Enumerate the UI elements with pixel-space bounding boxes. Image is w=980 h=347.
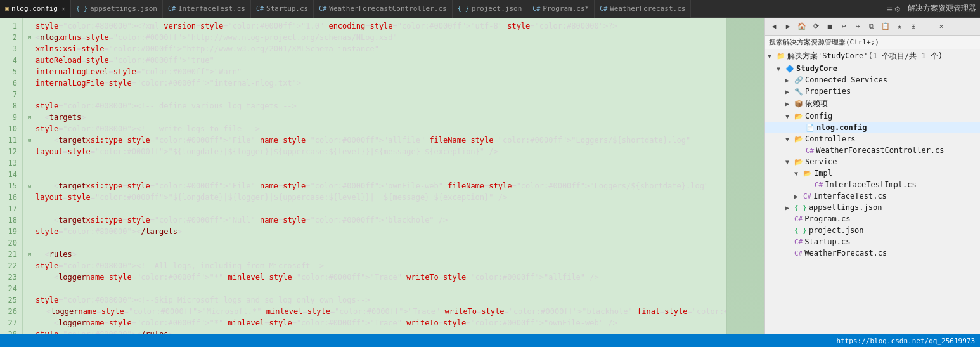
dependencies-arrow[interactable]: ▶ [785, 100, 794, 107]
as-arrow[interactable]: ▶ [785, 204, 794, 211]
se-dependencies[interactable]: ▶ 📦 依赖项 [765, 97, 980, 110]
line-number-25: 25 [3, 294, 17, 306]
solution-arrow[interactable]: ▼ [768, 53, 777, 60]
se-btn-navigate-forward[interactable]: ▶ [782, 20, 794, 33]
status-url: https://blog.csdn.net/qq_25619973 [836, 337, 975, 345]
se-controllers-folder[interactable]: ▼ 📂 Controllers [765, 133, 980, 145]
tab-overflow-icon[interactable]: ≡ [887, 4, 892, 14]
code-line-9: ⊟ <targets> [28, 112, 721, 123]
se-btn-tool1[interactable]: ⊞ [907, 20, 920, 33]
dependencies-icon: 📦 [794, 100, 803, 108]
project-arrow[interactable]: ▼ [777, 65, 785, 72]
connected-services-arrow[interactable]: ▶ [785, 77, 794, 84]
se-startup[interactable]: ▶ C# Startup.cs [765, 236, 980, 247]
code-line-11: ⊟ <target xsi:type=style="color:#0000ff"… [28, 134, 721, 146]
line-number-3: 3 [3, 43, 17, 55]
it-icon: C# [803, 192, 811, 200]
se-search-bar[interactable]: 搜索解决方案资源管理器(Ctrl+;) [765, 36, 980, 49]
se-tree: ▼ 📁 解决方案'StudyCore'(1 个项目/共 1 个) ▼ 🔷 Stu… [765, 49, 980, 334]
connected-services-icon: 🔗 [794, 76, 803, 84]
se-btn-undo[interactable]: ↩ [837, 20, 850, 33]
code-line-12: layout=style="color:#0000ff">"${longdate… [28, 146, 721, 157]
it-arrow[interactable]: ▶ [794, 193, 803, 200]
tab-interfacetest-label: InterfaceTest.cs [178, 4, 245, 13]
code-content[interactable]: style="color:#800000"><?xml version=styl… [23, 18, 726, 334]
controllers-arrow[interactable]: ▼ [785, 136, 794, 143]
se-interfacetest[interactable]: ▶ C# InterfaceTest.cs [765, 190, 980, 202]
se-btn-stop[interactable]: ■ [823, 20, 836, 33]
se-service-folder[interactable]: ▼ 📂 Service [765, 156, 980, 167]
code-line-21: ⊟ <rules> [28, 249, 721, 260]
se-config-folder[interactable]: ▼ 📂 Config [765, 110, 980, 122]
se-nlog-config[interactable]: ▶ 📄 nlog.config [765, 122, 980, 133]
code-line-16: layout=style="color:#0000ff">"${longdate… [28, 192, 721, 203]
se-interfacetestimpl[interactable]: ▶ C# InterfaceTestImpl.cs [765, 179, 980, 190]
se-weatherforecast[interactable]: ▶ C# WeatherForecast.cs [765, 247, 980, 259]
se-btn-star[interactable]: ★ [893, 20, 906, 33]
tab-projectjson[interactable]: { } project.json [453, 0, 528, 18]
service-arrow[interactable]: ▼ [785, 159, 794, 166]
cs-icon-3: C# [319, 5, 326, 12]
se-btn-refresh[interactable]: ⟳ [809, 20, 822, 33]
cs-icon-1: C# [168, 5, 176, 12]
se-wfc[interactable]: ▶ C# WeatherForecastController.cs [765, 145, 980, 156]
solution-explorer: ◀ ▶ 🏠 ⟳ ■ ↩ ↪ ⧉ 📋 ★ ⊞ — × 搜索解决方案资源管理器(Ct… [764, 18, 980, 334]
line-number-8: 8 [3, 100, 17, 112]
line-number-26: 26 [3, 306, 17, 317]
prog-icon: C# [794, 215, 803, 223]
code-line-3: xmlns:xsi=style="color:#0000ff">"http://… [28, 43, 721, 55]
se-btn-tool2[interactable]: × [935, 20, 948, 33]
impl-arrow[interactable]: ▼ [794, 170, 803, 177]
se-properties[interactable]: ▶ 🔧 Properties [765, 86, 980, 97]
tab-weatherforecastcontroller[interactable]: C# WeatherForecastController.cs [314, 0, 452, 18]
code-line-27: <logger name=style="color:#0000ff">"*" m… [28, 317, 721, 329]
tab-weatherforecast[interactable]: C# WeatherForecast.cs [595, 0, 691, 18]
tab-nlog-close[interactable]: ✕ [61, 5, 65, 12]
code-line-13 [28, 157, 721, 169]
fold-btn-9[interactable]: ⊟ [28, 112, 34, 123]
fold-btn-21[interactable]: ⊟ [28, 249, 34, 260]
fold-btn-15[interactable]: ⊟ [28, 180, 34, 192]
tab-appsettings[interactable]: { } appsettings.json [71, 0, 163, 18]
se-solution[interactable]: ▼ 📁 解决方案'StudyCore'(1 个项目/共 1 个) [765, 49, 980, 63]
line-number-1: 1 [3, 20, 17, 32]
properties-arrow[interactable]: ▶ [785, 88, 794, 95]
se-btn-paste[interactable]: 📋 [879, 20, 892, 33]
se-btn-home[interactable]: 🏠 [796, 20, 808, 33]
tab-nlog[interactable]: ▣ nlog.config ✕ [0, 0, 71, 18]
wf-label: WeatherForecast.cs [804, 249, 887, 258]
iti-icon: C# [815, 181, 823, 189]
fold-btn-2[interactable]: ⊟ [28, 32, 34, 43]
tab-program[interactable]: C# Program.cs* [527, 0, 595, 18]
pj-label: project.json [809, 226, 864, 235]
line-number-16: 16 [3, 192, 17, 203]
se-btn-minus[interactable]: — [921, 20, 934, 33]
se-btn-navigate-back[interactable]: ◀ [768, 20, 780, 33]
se-projectjson[interactable]: ▶ { } project.json [765, 225, 980, 236]
se-btn-copy[interactable]: ⧉ [865, 20, 878, 33]
line-number-27: 27 [3, 317, 17, 329]
line-number-2: 2 [3, 32, 17, 43]
se-program[interactable]: ▶ C# Program.cs [765, 213, 980, 225]
line-number-6: 6 [3, 77, 17, 89]
se-appsettings[interactable]: ▶ { } appsettings.json [765, 202, 980, 213]
tab-settings-icon[interactable]: ⚙ [895, 4, 900, 14]
line-number-7: 7 [3, 89, 17, 100]
config-folder-icon: 📂 [794, 112, 803, 121]
code-line-25: style="color:#008000"><!--Skip Microsoft… [28, 294, 721, 306]
fold-btn-11[interactable]: ⊟ [28, 134, 34, 146]
se-connected-services[interactable]: ▶ 🔗 Connected Services [765, 74, 980, 86]
code-line-5: internalLogLevel=style="color:#0000ff">"… [28, 66, 721, 77]
se-impl-folder[interactable]: ▼ 📂 Impl [765, 167, 980, 179]
se-search-label: 搜索解决方案资源管理器(Ctrl+;) [769, 38, 879, 46]
tab-startup[interactable]: C# Startup.cs [251, 0, 314, 18]
line-number-18: 18 [3, 214, 17, 226]
se-project[interactable]: ▼ 🔷 StudyCore [765, 63, 980, 74]
tab-weatherforecastcontroller-label: WeatherForecastController.cs [329, 4, 446, 13]
line-number-11: 11 [3, 134, 17, 146]
se-btn-redo[interactable]: ↪ [851, 20, 864, 33]
config-arrow[interactable]: ▼ [785, 113, 794, 120]
tab-interfacetest[interactable]: C# InterfaceTest.cs [163, 0, 251, 18]
wfc-icon: C# [806, 147, 814, 155]
tab-startup-label: Startup.cs [266, 4, 308, 13]
